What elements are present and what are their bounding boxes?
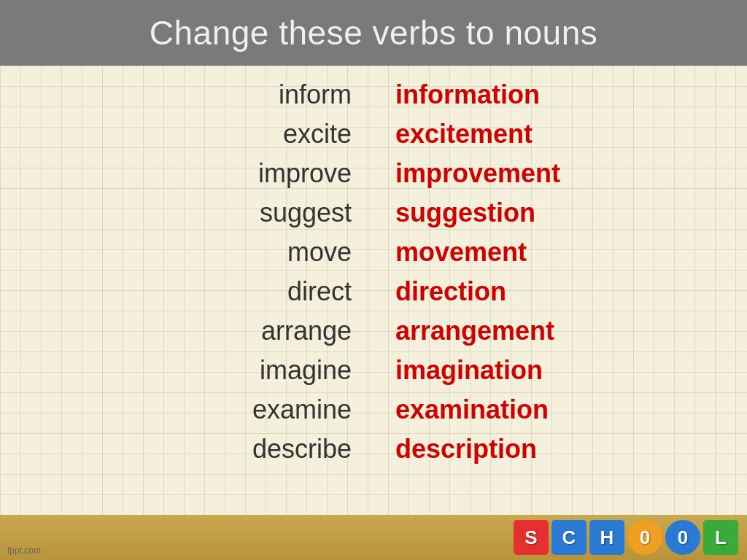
verb-inform: inform xyxy=(133,77,359,113)
verb-suggest: suggest xyxy=(133,195,359,231)
verb-excite: excite xyxy=(133,116,359,152)
slide: Change these verbs to nouns informinform… xyxy=(0,0,747,560)
watermark-label: fppt.com xyxy=(7,545,41,556)
noun-examination: examination xyxy=(388,392,614,428)
school-block-0: 0 xyxy=(627,520,662,555)
verb-describe: describe xyxy=(133,431,359,467)
verb-arrange: arrange xyxy=(133,313,359,349)
noun-excitement: excitement xyxy=(388,116,614,152)
verb-imagine: imagine xyxy=(133,352,359,389)
noun-imagination: imagination xyxy=(388,352,614,389)
school-block-S: S xyxy=(514,520,549,555)
noun-direction: direction xyxy=(388,273,614,310)
noun-movement: movement xyxy=(388,234,614,271)
noun-information: information xyxy=(388,77,614,113)
verb-improve: improve xyxy=(133,155,359,192)
school-block-L: L xyxy=(703,520,738,555)
word-table: informinformationexciteexcitementimprove… xyxy=(133,77,614,467)
noun-improvement: improvement xyxy=(388,155,614,192)
slide-header: Change these verbs to nouns xyxy=(0,0,747,66)
noun-description: description xyxy=(388,431,614,467)
verb-move: move xyxy=(133,234,359,271)
verb-examine: examine xyxy=(133,392,359,428)
verb-direct: direct xyxy=(133,273,359,310)
school-block-H: H xyxy=(589,520,624,555)
noun-suggestion: suggestion xyxy=(388,195,614,231)
header-title: Change these verbs to nouns xyxy=(150,14,597,52)
school-block-0: 0 xyxy=(665,520,700,555)
school-blocks: SCH00L xyxy=(514,520,738,555)
content-area: informinformationexciteexcitementimprove… xyxy=(0,66,747,515)
school-block-C: C xyxy=(551,520,587,555)
noun-arrangement: arrangement xyxy=(388,313,614,349)
footer-bar: fppt.com SCH00L xyxy=(0,515,747,560)
